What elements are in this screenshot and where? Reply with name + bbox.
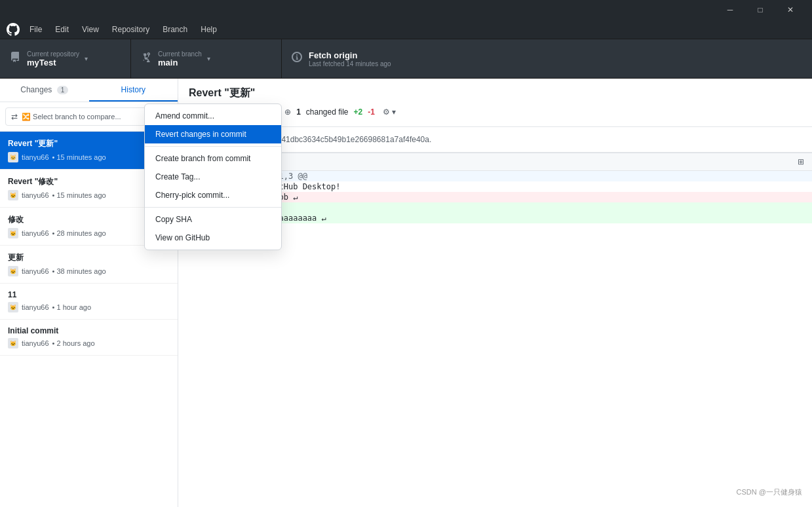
commit-author: tianyu66 [22, 153, 49, 161]
menu-branch[interactable]: Branch [156, 20, 194, 39]
current-branch-button[interactable]: Current branch main ▾ [131, 39, 282, 78]
commit-title: Initial commit [8, 326, 170, 335]
commit-author: tianyu66 [22, 229, 49, 237]
commit-meta: 🐱 tianyu66 • 38 minutes ago [8, 266, 170, 276]
maximize-button[interactable]: □ [745, 0, 775, 20]
avatar: 🐱 [8, 338, 18, 348]
branch-chevron-icon: ▾ [207, 55, 210, 62]
deletions-badge: -1 [368, 107, 375, 117]
commit-author: tianyu66 [22, 339, 49, 347]
current-repo-button[interactable]: Current repository myTest ▾ [0, 39, 131, 78]
fetch-icon [292, 52, 302, 66]
repo-icon [10, 52, 20, 66]
context-menu-divider2 [145, 207, 281, 208]
menu-repository[interactable]: Repository [106, 20, 156, 39]
compare-placeholder-text: 🔀 Select branch to compare... [22, 113, 121, 121]
menu-file[interactable]: File [23, 20, 48, 39]
repo-label: Current repository [27, 50, 79, 58]
diff-hunk-header: @@ -1,2 +1,3 @@ [231, 171, 812, 181]
commit-author: tianyu66 [22, 267, 49, 275]
commit-detail-title: Revert "Revert "更新"更新" [189, 86, 802, 100]
commit-meta: 🐱 tianyu66 • 2 hours ago [8, 338, 170, 348]
main-content: Changes 1 History ⇄ 🔀 Select branch to c… [0, 79, 812, 507]
commit-time: • 2 hours ago [52, 339, 95, 347]
menu-bar: File Edit View Repository Branch Help [0, 20, 812, 39]
context-menu-divider [145, 146, 281, 147]
commit-time: • 38 minutes ago [52, 267, 106, 275]
context-menu: Amend commit... Revert changes in commit… [144, 103, 282, 250]
commit-time: • 15 minutes ago [52, 191, 106, 199]
avatar: 🐱 [8, 302, 18, 312]
additions-badge: +2 [354, 107, 363, 117]
context-menu-create-branch[interactable]: Create branch from commit [145, 149, 281, 168]
toolbar: Current repository myTest ▾ Current bran… [0, 39, 812, 79]
fetch-sub: Last fetched 14 minutes ago [309, 60, 391, 67]
context-menu-view-github[interactable]: View on GitHub [145, 229, 281, 247]
minimize-button[interactable]: ─ [715, 0, 745, 20]
commit-meta: 🐱 tianyu66 • 1 hour ago [8, 302, 170, 312]
commit-author: tianyu66 [22, 191, 49, 199]
changes-badge: 1 [57, 86, 69, 94]
watermark: CSDN @一只健身猿 [737, 487, 802, 497]
commit-time: • 1 hour ago [52, 303, 92, 311]
close-button[interactable]: ✕ [775, 0, 805, 20]
menu-edit[interactable]: Edit [48, 20, 75, 39]
repo-info: Current repository myTest [27, 50, 79, 67]
repo-chevron-icon: ▾ [85, 55, 88, 62]
menu-view[interactable]: View [75, 20, 106, 39]
context-menu-create-tag[interactable]: Create Tag... [145, 168, 281, 186]
title-bar: ─ □ ✕ [0, 0, 812, 20]
github-logo-icon [3, 20, 23, 39]
commit-title: 11 [8, 290, 170, 299]
left-tabs: Changes 1 History [0, 79, 178, 102]
context-menu-amend[interactable]: Amend commit... [145, 107, 281, 125]
commit-item[interactable]: 更新 🐱 tianyu66 • 38 minutes ago [0, 246, 178, 284]
menu-help[interactable]: Help [194, 20, 223, 39]
compare-merge-icon: ⇄ [11, 112, 18, 121]
files-icon: ⊕ [284, 107, 291, 117]
branch-icon [141, 52, 151, 66]
commit-title: 更新 [8, 252, 170, 263]
fetch-origin-button[interactable]: Fetch origin Last fetched 14 minutes ago [282, 39, 812, 78]
tab-history[interactable]: History [89, 79, 178, 102]
avatar: 🐱 [8, 228, 18, 238]
commit-author: tianyu66 [22, 303, 49, 311]
diff-expand-button[interactable]: ⊞ [798, 157, 804, 166]
branch-info: Current branch main [158, 50, 202, 67]
context-menu-copy-sha[interactable]: Copy SHA [145, 210, 281, 229]
avatar: 🐱 [8, 190, 18, 200]
diff-settings-button[interactable]: ⚙ ▾ [383, 107, 396, 117]
commit-item[interactable]: Initial commit 🐱 tianyu66 • 2 hours ago [0, 320, 178, 356]
changed-files-count: 1 [296, 107, 301, 117]
window-controls: ─ □ ✕ [715, 0, 805, 20]
avatar: 🐱 [8, 266, 18, 276]
changed-files-label: changed file [306, 107, 349, 117]
branch-label: Current branch [158, 50, 202, 58]
branch-name: main [158, 58, 202, 67]
commit-item[interactable]: 11 🐱 tianyu66 • 1 hour ago [0, 284, 178, 320]
repo-name: myTest [27, 58, 79, 67]
fetch-label: Fetch origin [309, 50, 391, 60]
avatar: 🐱 [8, 152, 18, 162]
context-menu-cherry-pick[interactable]: Cherry-pick commit... [145, 186, 281, 204]
tab-changes[interactable]: Changes 1 [0, 79, 89, 102]
fetch-info: Fetch origin Last fetched 14 minutes ago [309, 50, 391, 67]
commit-time: • 28 minutes ago [52, 229, 106, 237]
commit-time: • 15 minutes ago [52, 153, 106, 161]
context-menu-revert[interactable]: Revert changes in commit [145, 125, 281, 143]
